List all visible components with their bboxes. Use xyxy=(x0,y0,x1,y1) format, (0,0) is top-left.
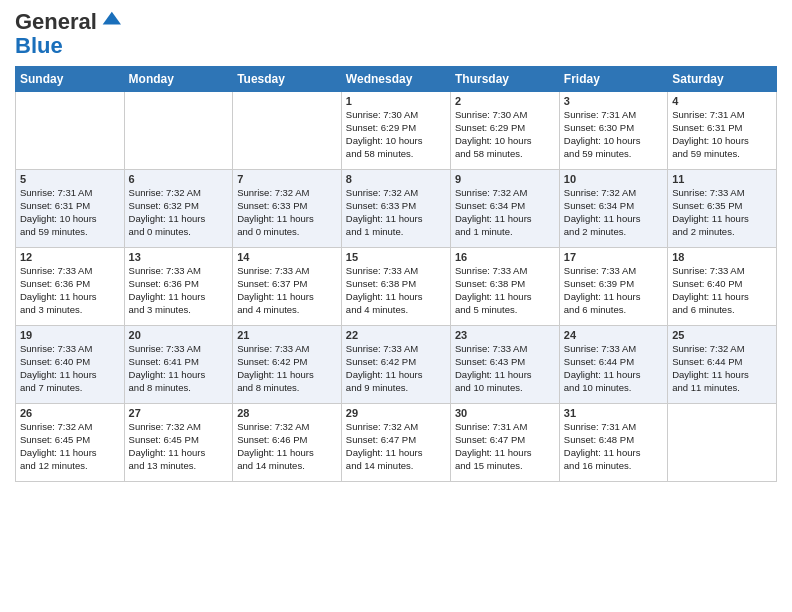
day-info: Sunrise: 7:33 AM Sunset: 6:42 PM Dayligh… xyxy=(346,343,446,394)
day-number: 3 xyxy=(564,95,663,107)
main-container: General Blue SundayMondayTuesdayWednesda… xyxy=(0,0,792,612)
weekday-header-sunday: Sunday xyxy=(16,67,125,92)
day-info: Sunrise: 7:33 AM Sunset: 6:43 PM Dayligh… xyxy=(455,343,555,394)
calendar-week-4: 19Sunrise: 7:33 AM Sunset: 6:40 PM Dayli… xyxy=(16,326,777,404)
day-info: Sunrise: 7:33 AM Sunset: 6:44 PM Dayligh… xyxy=(564,343,663,394)
day-number: 30 xyxy=(455,407,555,419)
day-info: Sunrise: 7:33 AM Sunset: 6:41 PM Dayligh… xyxy=(129,343,229,394)
day-info: Sunrise: 7:32 AM Sunset: 6:34 PM Dayligh… xyxy=(455,187,555,238)
day-number: 5 xyxy=(20,173,120,185)
calendar-cell: 20Sunrise: 7:33 AM Sunset: 6:41 PM Dayli… xyxy=(124,326,233,404)
day-info: Sunrise: 7:32 AM Sunset: 6:34 PM Dayligh… xyxy=(564,187,663,238)
calendar-cell: 5Sunrise: 7:31 AM Sunset: 6:31 PM Daylig… xyxy=(16,170,125,248)
calendar-cell xyxy=(16,92,125,170)
calendar-week-3: 12Sunrise: 7:33 AM Sunset: 6:36 PM Dayli… xyxy=(16,248,777,326)
calendar-cell: 27Sunrise: 7:32 AM Sunset: 6:45 PM Dayli… xyxy=(124,404,233,482)
calendar-cell: 21Sunrise: 7:33 AM Sunset: 6:42 PM Dayli… xyxy=(233,326,342,404)
day-number: 19 xyxy=(20,329,120,341)
calendar-cell: 23Sunrise: 7:33 AM Sunset: 6:43 PM Dayli… xyxy=(450,326,559,404)
day-info: Sunrise: 7:30 AM Sunset: 6:29 PM Dayligh… xyxy=(346,109,446,160)
svg-marker-0 xyxy=(103,12,121,25)
day-info: Sunrise: 7:33 AM Sunset: 6:36 PM Dayligh… xyxy=(20,265,120,316)
day-number: 12 xyxy=(20,251,120,263)
day-number: 25 xyxy=(672,329,772,341)
calendar-cell: 14Sunrise: 7:33 AM Sunset: 6:37 PM Dayli… xyxy=(233,248,342,326)
day-info: Sunrise: 7:33 AM Sunset: 6:37 PM Dayligh… xyxy=(237,265,337,316)
day-info: Sunrise: 7:33 AM Sunset: 6:42 PM Dayligh… xyxy=(237,343,337,394)
calendar-cell: 22Sunrise: 7:33 AM Sunset: 6:42 PM Dayli… xyxy=(341,326,450,404)
header: General Blue xyxy=(15,10,777,58)
calendar-cell: 28Sunrise: 7:32 AM Sunset: 6:46 PM Dayli… xyxy=(233,404,342,482)
day-info: Sunrise: 7:33 AM Sunset: 6:38 PM Dayligh… xyxy=(455,265,555,316)
calendar-table: SundayMondayTuesdayWednesdayThursdayFrid… xyxy=(15,66,777,482)
day-info: Sunrise: 7:32 AM Sunset: 6:45 PM Dayligh… xyxy=(20,421,120,472)
day-number: 24 xyxy=(564,329,663,341)
calendar-cell: 8Sunrise: 7:32 AM Sunset: 6:33 PM Daylig… xyxy=(341,170,450,248)
day-info: Sunrise: 7:32 AM Sunset: 6:33 PM Dayligh… xyxy=(237,187,337,238)
calendar-cell: 12Sunrise: 7:33 AM Sunset: 6:36 PM Dayli… xyxy=(16,248,125,326)
day-number: 22 xyxy=(346,329,446,341)
calendar-cell: 16Sunrise: 7:33 AM Sunset: 6:38 PM Dayli… xyxy=(450,248,559,326)
calendar-cell: 25Sunrise: 7:32 AM Sunset: 6:44 PM Dayli… xyxy=(668,326,777,404)
day-number: 8 xyxy=(346,173,446,185)
calendar-week-2: 5Sunrise: 7:31 AM Sunset: 6:31 PM Daylig… xyxy=(16,170,777,248)
calendar-cell: 13Sunrise: 7:33 AM Sunset: 6:36 PM Dayli… xyxy=(124,248,233,326)
day-info: Sunrise: 7:33 AM Sunset: 6:40 PM Dayligh… xyxy=(20,343,120,394)
day-info: Sunrise: 7:31 AM Sunset: 6:30 PM Dayligh… xyxy=(564,109,663,160)
calendar-cell: 2Sunrise: 7:30 AM Sunset: 6:29 PM Daylig… xyxy=(450,92,559,170)
weekday-header-row: SundayMondayTuesdayWednesdayThursdayFrid… xyxy=(16,67,777,92)
day-number: 9 xyxy=(455,173,555,185)
day-info: Sunrise: 7:32 AM Sunset: 6:45 PM Dayligh… xyxy=(129,421,229,472)
day-number: 13 xyxy=(129,251,229,263)
day-number: 21 xyxy=(237,329,337,341)
day-info: Sunrise: 7:32 AM Sunset: 6:47 PM Dayligh… xyxy=(346,421,446,472)
calendar-cell: 26Sunrise: 7:32 AM Sunset: 6:45 PM Dayli… xyxy=(16,404,125,482)
day-number: 17 xyxy=(564,251,663,263)
calendar-cell: 11Sunrise: 7:33 AM Sunset: 6:35 PM Dayli… xyxy=(668,170,777,248)
weekday-header-wednesday: Wednesday xyxy=(341,67,450,92)
calendar-cell xyxy=(124,92,233,170)
day-info: Sunrise: 7:32 AM Sunset: 6:46 PM Dayligh… xyxy=(237,421,337,472)
calendar-cell xyxy=(233,92,342,170)
logo-text: General Blue xyxy=(15,10,121,58)
day-info: Sunrise: 7:32 AM Sunset: 6:32 PM Dayligh… xyxy=(129,187,229,238)
calendar-cell: 19Sunrise: 7:33 AM Sunset: 6:40 PM Dayli… xyxy=(16,326,125,404)
calendar-cell: 17Sunrise: 7:33 AM Sunset: 6:39 PM Dayli… xyxy=(559,248,667,326)
calendar-cell: 10Sunrise: 7:32 AM Sunset: 6:34 PM Dayli… xyxy=(559,170,667,248)
day-number: 14 xyxy=(237,251,337,263)
calendar-cell: 4Sunrise: 7:31 AM Sunset: 6:31 PM Daylig… xyxy=(668,92,777,170)
calendar-week-1: 1Sunrise: 7:30 AM Sunset: 6:29 PM Daylig… xyxy=(16,92,777,170)
weekday-header-monday: Monday xyxy=(124,67,233,92)
weekday-header-thursday: Thursday xyxy=(450,67,559,92)
day-number: 20 xyxy=(129,329,229,341)
day-number: 11 xyxy=(672,173,772,185)
calendar-cell: 3Sunrise: 7:31 AM Sunset: 6:30 PM Daylig… xyxy=(559,92,667,170)
day-number: 2 xyxy=(455,95,555,107)
day-info: Sunrise: 7:31 AM Sunset: 6:31 PM Dayligh… xyxy=(672,109,772,160)
day-info: Sunrise: 7:32 AM Sunset: 6:33 PM Dayligh… xyxy=(346,187,446,238)
day-number: 4 xyxy=(672,95,772,107)
day-number: 7 xyxy=(237,173,337,185)
day-info: Sunrise: 7:33 AM Sunset: 6:36 PM Dayligh… xyxy=(129,265,229,316)
day-number: 16 xyxy=(455,251,555,263)
day-info: Sunrise: 7:33 AM Sunset: 6:35 PM Dayligh… xyxy=(672,187,772,238)
day-info: Sunrise: 7:31 AM Sunset: 6:31 PM Dayligh… xyxy=(20,187,120,238)
day-info: Sunrise: 7:31 AM Sunset: 6:47 PM Dayligh… xyxy=(455,421,555,472)
day-number: 28 xyxy=(237,407,337,419)
calendar-cell: 24Sunrise: 7:33 AM Sunset: 6:44 PM Dayli… xyxy=(559,326,667,404)
weekday-header-friday: Friday xyxy=(559,67,667,92)
day-number: 10 xyxy=(564,173,663,185)
logo: General Blue xyxy=(15,10,121,58)
day-number: 23 xyxy=(455,329,555,341)
weekday-header-saturday: Saturday xyxy=(668,67,777,92)
logo-icon xyxy=(99,8,121,30)
calendar-cell: 6Sunrise: 7:32 AM Sunset: 6:32 PM Daylig… xyxy=(124,170,233,248)
logo-blue: Blue xyxy=(15,33,63,58)
calendar-cell: 18Sunrise: 7:33 AM Sunset: 6:40 PM Dayli… xyxy=(668,248,777,326)
calendar-cell: 29Sunrise: 7:32 AM Sunset: 6:47 PM Dayli… xyxy=(341,404,450,482)
calendar-cell: 1Sunrise: 7:30 AM Sunset: 6:29 PM Daylig… xyxy=(341,92,450,170)
day-info: Sunrise: 7:33 AM Sunset: 6:40 PM Dayligh… xyxy=(672,265,772,316)
day-number: 27 xyxy=(129,407,229,419)
calendar-cell: 7Sunrise: 7:32 AM Sunset: 6:33 PM Daylig… xyxy=(233,170,342,248)
day-info: Sunrise: 7:31 AM Sunset: 6:48 PM Dayligh… xyxy=(564,421,663,472)
